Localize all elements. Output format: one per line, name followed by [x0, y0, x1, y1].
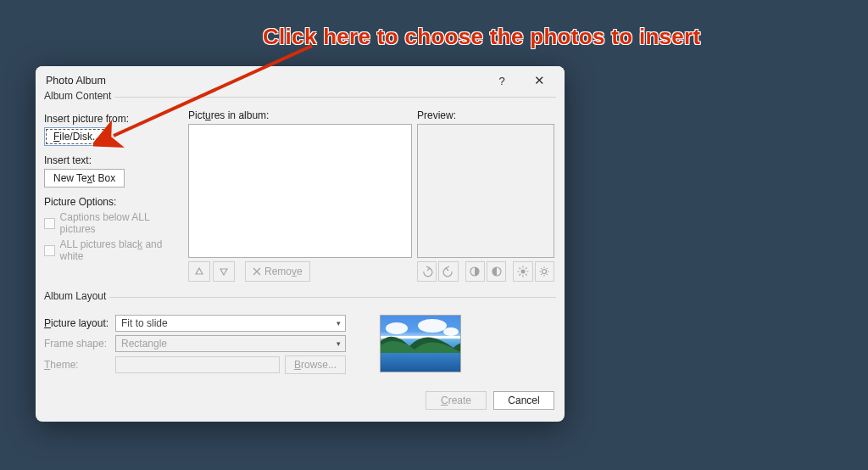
instruction-annotation: Click here to choose the photos to inser… [263, 24, 700, 50]
insert-text-label: Insert text: [44, 154, 183, 166]
svg-line-0 [114, 46, 312, 136]
frame-shape-select[interactable]: Rectangle ▾ [115, 335, 346, 352]
x-icon [253, 267, 261, 276]
svg-line-20 [541, 274, 542, 275]
contrast-down-icon [491, 266, 503, 277]
preview-pane [417, 124, 554, 258]
contrast-up-button[interactable] [465, 261, 485, 282]
rotate-right-button[interactable] [438, 261, 458, 282]
preview-label: Preview: [417, 109, 554, 121]
svg-line-17 [541, 268, 542, 269]
remove-label: Remove [264, 266, 303, 277]
picture-layout-label: Picture layout: [44, 317, 110, 329]
new-text-box-button[interactable]: New Text Box [44, 169, 125, 187]
svg-line-19 [547, 268, 548, 269]
remove-button[interactable]: Remove [245, 261, 310, 282]
close-button[interactable]: ✕ [520, 68, 558, 93]
help-button[interactable]: ? [483, 68, 520, 93]
layout-preview-thumbnail [380, 315, 461, 372]
rotate-left-icon [421, 266, 433, 277]
svg-line-11 [519, 274, 520, 276]
svg-point-12 [542, 270, 547, 274]
move-up-button[interactable] [188, 261, 210, 282]
picture-layout-value: Fit to slide [121, 317, 168, 329]
chevron-down-icon: ▾ [337, 319, 341, 327]
move-down-button[interactable] [213, 261, 235, 282]
brightness-down-button[interactable] [535, 261, 554, 282]
cancel-button[interactable]: Cancel [493, 391, 554, 410]
instruction-arrow [93, 41, 331, 151]
theme-label: Theme: [44, 359, 110, 371]
frame-shape-label: Frame shape: [44, 338, 110, 350]
picture-layout-select[interactable]: Fit to slide ▾ [115, 315, 346, 332]
create-button[interactable]: Create [426, 391, 487, 410]
brightness-down-icon [538, 266, 550, 277]
arrow-down-icon [219, 266, 229, 277]
svg-line-18 [547, 274, 548, 275]
bw-checkbox[interactable] [44, 245, 55, 256]
contrast-down-button[interactable] [487, 261, 506, 282]
svg-line-8 [519, 268, 520, 270]
rotate-left-button[interactable] [417, 261, 437, 282]
captions-label: Captions below ALL pictures [60, 211, 183, 235]
album-layout-section: Album Layout [44, 297, 556, 310]
captions-checkbox[interactable] [44, 218, 55, 229]
album-layout-label: Album Layout [41, 290, 109, 302]
theme-input[interactable] [115, 356, 280, 373]
svg-point-3 [520, 270, 525, 274]
svg-line-10 [526, 268, 527, 270]
arrow-up-icon [194, 266, 204, 277]
picture-options-label: Picture Options: [44, 196, 183, 208]
brightness-up-icon [517, 266, 529, 277]
brightness-up-button[interactable] [513, 261, 532, 282]
browse-button[interactable]: Browse... [285, 355, 346, 374]
svg-line-9 [526, 274, 527, 276]
contrast-up-icon [469, 266, 481, 277]
chevron-down-icon: ▾ [337, 339, 341, 348]
bw-label: ALL pictures black and white [60, 238, 184, 262]
frame-shape-value: Rectangle [121, 338, 167, 350]
rotate-right-icon [442, 266, 454, 277]
